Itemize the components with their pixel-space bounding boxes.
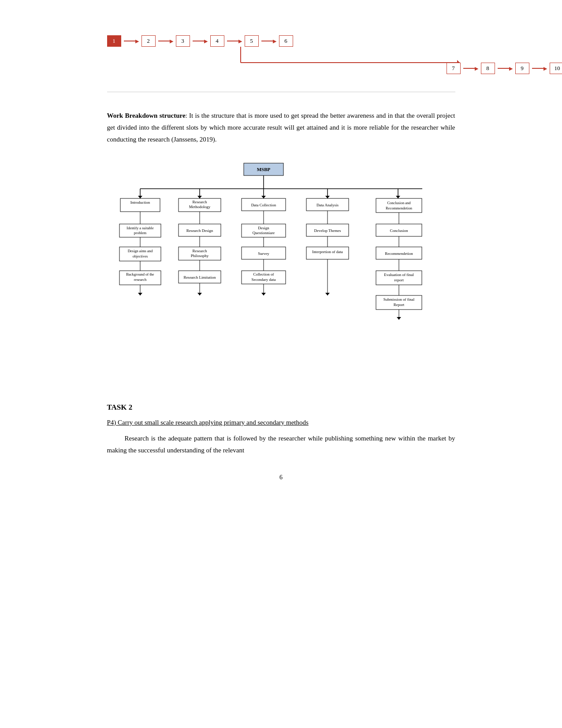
svg-marker-8: [138, 196, 142, 198]
svg-text:Research: Research: [192, 249, 207, 253]
svg-text:Design aims and: Design aims and: [127, 249, 153, 253]
svg-marker-72: [396, 196, 400, 198]
svg-text:Interpretion of data: Interpretion of data: [312, 250, 342, 254]
svg-marker-58: [261, 293, 266, 295]
wbs-bold-label: Work Breakdown structure: [107, 112, 186, 119]
svg-marker-24: [138, 293, 142, 295]
svg-marker-26: [197, 196, 202, 198]
seq-row-1: 1 2 3 4 5 6: [107, 35, 455, 47]
wbs-diagram: MSBP Introduction Identify a suitable pr…: [107, 159, 455, 390]
svg-text:Submission of final: Submission of final: [383, 297, 414, 302]
seq-box-6: 6: [279, 35, 293, 47]
seq-box-2: 2: [141, 35, 156, 47]
seq-arrow-9-10: [529, 66, 550, 71]
svg-text:Recommendetion: Recommendetion: [386, 206, 413, 210]
seq-arrow-5-6: [259, 38, 279, 44]
svg-text:Research: Research: [192, 200, 207, 204]
task2-text: Research is the adequate pattern that is…: [107, 433, 455, 456]
seq-box-7: 7: [447, 63, 461, 74]
task2-section: TASK 2 P4) Carry out small scale researc…: [107, 403, 455, 456]
svg-text:Philosophy: Philosophy: [190, 254, 208, 258]
task2-heading: TASK 2: [107, 403, 455, 412]
seq-arrow-1-2: [121, 38, 141, 44]
svg-text:Conclusion and: Conclusion and: [387, 201, 411, 205]
svg-text:Survey: Survey: [258, 251, 269, 256]
svg-text:Report: Report: [393, 302, 404, 307]
svg-marker-41: [197, 293, 202, 295]
seq-arrow-2-3: [156, 38, 176, 44]
sequence-diagram: 1 2 3 4 5 6: [107, 35, 455, 74]
svg-text:report: report: [394, 278, 404, 282]
svg-text:Secondary data: Secondary data: [251, 277, 275, 282]
svg-text:Research Limitation: Research Limitation: [183, 275, 216, 280]
svg-text:Design: Design: [258, 226, 269, 230]
svg-text:Identify a suitable: Identify a suitable: [127, 226, 154, 230]
svg-text:Evaluation of final: Evaluation of final: [384, 273, 414, 277]
svg-text:Questionniare: Questionniare: [252, 231, 274, 235]
svg-text:Data Analysis: Data Analysis: [316, 203, 339, 207]
sequence-section: 1 2 3 4 5 6: [107, 35, 455, 92]
svg-marker-43: [261, 196, 266, 198]
seq-arrow-3-4: [190, 38, 210, 44]
seq-arrow-4-5: [224, 38, 245, 44]
seq-arrow-7-8: [461, 66, 481, 71]
svg-text:Research Design: Research Design: [186, 228, 213, 233]
seq-box-4: 4: [210, 35, 224, 47]
seq-box-8: 8: [481, 63, 495, 74]
seq-box-9: 9: [515, 63, 529, 74]
svg-text:Recommendetion: Recommendetion: [385, 251, 413, 256]
svg-text:Methodology: Methodology: [189, 205, 210, 209]
svg-text:MSBP: MSBP: [257, 167, 270, 172]
seq-box-1: 1: [107, 35, 121, 47]
seq-connector: [107, 47, 455, 63]
svg-text:objectives: objectives: [132, 254, 147, 258]
wbs-svg: MSBP Introduction Identify a suitable pr…: [107, 159, 455, 388]
svg-text:Develop Themes: Develop Themes: [314, 228, 341, 233]
task2-subheading: P4) Carry out small scale research apply…: [107, 419, 455, 426]
svg-text:Data Collection: Data Collection: [251, 203, 276, 207]
seq-box-10: 10: [550, 63, 562, 74]
seq-box-5: 5: [245, 35, 259, 47]
svg-marker-91: [397, 317, 401, 320]
seq-row-2: 7 8 9 10: [447, 63, 455, 74]
page-number: 6: [107, 474, 455, 481]
svg-text:research: research: [134, 277, 146, 282]
svg-text:Collection of: Collection of: [253, 272, 274, 276]
svg-text:Conclusion: Conclusion: [390, 228, 408, 233]
page: 1 2 3 4 5 6: [72, 0, 491, 508]
seq-arrow-8-9: [495, 66, 515, 71]
svg-marker-60: [325, 196, 330, 198]
svg-text:problem: problem: [134, 231, 146, 235]
seq-box-3: 3: [176, 35, 190, 47]
svg-text:Background of the: Background of the: [126, 272, 154, 276]
wbs-description: Work Breakdown structure: It is the stru…: [107, 110, 455, 146]
svg-text:Introduction: Introduction: [130, 200, 150, 205]
svg-marker-70: [325, 293, 330, 295]
